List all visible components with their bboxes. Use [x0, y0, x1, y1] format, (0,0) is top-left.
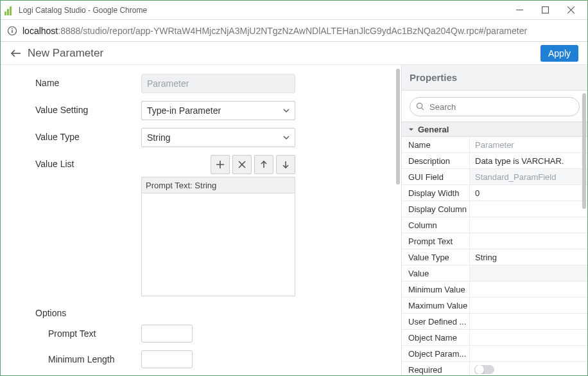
- window-close-button[interactable]: [558, 1, 584, 19]
- valuesetting-select[interactable]: Type-in Parameter: [141, 101, 295, 120]
- move-up-button[interactable]: [254, 155, 273, 174]
- svg-point-6: [12, 28, 13, 29]
- properties-title: Properties: [402, 65, 587, 91]
- prop-key: Minimum Value: [402, 282, 470, 297]
- prop-key: Column: [402, 217, 470, 233]
- prop-key: Description: [402, 153, 470, 168]
- prop-key: Maximum Value: [402, 298, 470, 313]
- prop-val-value[interactable]: [470, 265, 587, 281]
- search-icon: [416, 102, 424, 111]
- valuelist-label: Value List: [35, 155, 141, 169]
- properties-search-input[interactable]: [410, 97, 580, 116]
- svg-point-14: [417, 103, 422, 108]
- options-section-label: Options: [35, 308, 401, 318]
- page-header: New Parameter Apply: [1, 42, 587, 65]
- properties-scrollbar[interactable]: [582, 93, 586, 209]
- prop-val-name[interactable]: Parameter: [470, 140, 587, 150]
- svg-line-15: [422, 108, 424, 110]
- valuesetting-label: Value Setting: [35, 101, 141, 115]
- apply-button[interactable]: Apply: [540, 45, 578, 62]
- name-label: Name: [35, 74, 141, 88]
- prop-key: GUI Field: [402, 169, 470, 184]
- svg-marker-16: [409, 128, 413, 130]
- info-icon: [7, 26, 17, 36]
- app-icon: [4, 5, 15, 15]
- svg-rect-1: [542, 7, 548, 13]
- chevron-down-icon: [283, 102, 290, 120]
- prop-val-guifield[interactable]: Standard_ParamField: [470, 169, 587, 184]
- prop-key: Object Name: [402, 330, 470, 345]
- remove-button[interactable]: [232, 155, 252, 174]
- prop-val-displaywidth[interactable]: 0: [470, 188, 587, 198]
- window-titlebar: Logi Catalog Studio - Google Chrome: [1, 1, 587, 20]
- required-toggle[interactable]: [475, 365, 494, 374]
- properties-group-header[interactable]: General: [402, 121, 587, 137]
- min-length-input[interactable]: [141, 350, 193, 368]
- prompt-text-input[interactable]: [141, 325, 193, 343]
- properties-panel: Properties General NameParameter Descrip…: [401, 65, 587, 376]
- move-down-button[interactable]: [276, 155, 295, 174]
- prop-key: Object Param...: [402, 346, 470, 361]
- page-title: New Parameter: [28, 47, 540, 60]
- main-form-pane: Name Parameter Value Setting Type-in Par…: [1, 65, 401, 376]
- prop-key: Required: [402, 362, 470, 376]
- back-arrow-icon[interactable]: [10, 47, 22, 60]
- prop-key: Prompt Text: [402, 233, 470, 249]
- prop-key: User Defined ...: [402, 314, 470, 329]
- prompt-text-label: Prompt Text: [48, 328, 141, 339]
- valuetype-select[interactable]: String: [141, 128, 295, 147]
- url-text: localhost:8888/studio/report/app-YWRtaW4…: [22, 26, 527, 36]
- valuelist-column-header: Prompt Text: String: [141, 177, 295, 193]
- chevron-down-icon: [283, 129, 290, 147]
- window-minimize-button[interactable]: [506, 1, 532, 19]
- window-maximize-button[interactable]: [532, 1, 558, 19]
- valuetype-label: Value Type: [35, 128, 141, 142]
- valuelist-body[interactable]: [141, 193, 295, 296]
- window-title: Logi Catalog Studio - Google Chrome: [19, 6, 506, 15]
- name-input[interactable]: Parameter: [141, 74, 295, 93]
- prop-key: Display Width: [402, 185, 470, 201]
- prop-val-description[interactable]: Data type is VARCHAR.: [470, 156, 587, 166]
- main-scrollbar[interactable]: [396, 69, 400, 373]
- prop-val-valuetype[interactable]: String: [470, 253, 587, 262]
- min-length-label: Minimum Length: [48, 354, 141, 364]
- prop-val-required[interactable]: [470, 365, 587, 374]
- chevron-down-icon: [408, 127, 414, 132]
- add-button[interactable]: [211, 155, 230, 174]
- prop-key: Value Type: [402, 249, 470, 265]
- prop-key: Name: [402, 137, 470, 152]
- browser-address-bar[interactable]: localhost:8888/studio/report/app-YWRtaW4…: [1, 20, 587, 42]
- prop-key: Display Column: [402, 201, 470, 217]
- prop-key: Value: [402, 265, 470, 281]
